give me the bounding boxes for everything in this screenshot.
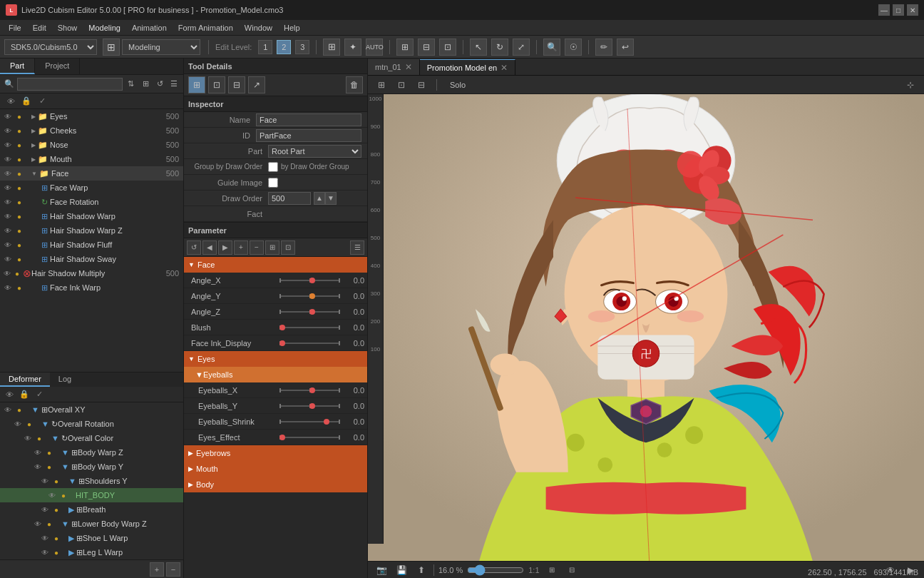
part-row-face[interactable]: 👁 ● ▼ 📁 Face 500 xyxy=(0,166,183,181)
toolbar-rotate-btn[interactable]: ↻ xyxy=(491,39,508,56)
toolbar-grid-btn[interactable]: ⊞ xyxy=(323,39,340,56)
menu-show[interactable]: Show xyxy=(52,22,83,34)
toolbar-pen-btn[interactable]: ✏ xyxy=(595,39,612,56)
param-slider-angle-x[interactable] xyxy=(279,275,339,285)
part-row-face-ink-warp[interactable]: 👁 ● ⊞ Face Ink Warp xyxy=(0,280,183,295)
toolbar-cursor-btn[interactable]: ✦ xyxy=(344,39,361,56)
td-delete-btn[interactable]: 🗑 xyxy=(346,76,363,93)
part-sort-btn[interactable]: ⇅ xyxy=(125,77,137,91)
toolbar-mesh-btn[interactable]: ⊞ xyxy=(396,39,414,56)
param-slider-blush[interactable] xyxy=(279,323,339,333)
param-back-btn[interactable]: ◀ xyxy=(202,240,217,255)
param-slider-eyeballs-shrink[interactable] xyxy=(279,417,339,427)
id-input[interactable] xyxy=(256,129,361,142)
param-group-eyebrows[interactable]: ▶ Eyebrows xyxy=(184,445,367,461)
deformer-overall-rotation[interactable]: 👁● ▼ ↻ Overall Rotation xyxy=(0,417,183,431)
toolbar-pan-btn[interactable]: ☉ xyxy=(565,39,582,56)
group-checkbox[interactable] xyxy=(268,162,278,172)
td-btn-3[interactable]: ⊟ xyxy=(228,76,245,93)
deformer-shoe-l-warp[interactable]: 👁● ▶ ⊞ Shoe L Warp xyxy=(0,531,183,545)
param-slider-face-ink[interactable] xyxy=(279,338,339,348)
deformer-leg-l-warp[interactable]: 👁● ▶ ⊞ Leg L Warp xyxy=(0,545,183,559)
edit-level-1[interactable]: 1 xyxy=(258,40,272,54)
part-row-cheeks[interactable]: 👁 ● ▶ 📁 Cheeks 500 xyxy=(0,123,183,138)
tab-deformer[interactable]: Deformer xyxy=(0,372,50,387)
part-row-hair-shadow-multiply[interactable]: 👁 ● ⊗ Hair Shadow Multiply 500 xyxy=(0,266,183,280)
guide-checkbox[interactable] xyxy=(268,178,278,188)
param-refresh-btn[interactable]: ↺ xyxy=(187,240,201,255)
part-row-hair-shadow-fluff[interactable]: 👁 ● ⊞ Hair Shadow Fluff xyxy=(0,238,183,252)
window-controls[interactable]: — □ ✕ xyxy=(878,4,918,16)
part-search-btn[interactable]: 🔍 xyxy=(3,77,15,91)
maximize-button[interactable]: □ xyxy=(893,4,904,16)
td-btn-4[interactable]: ↗ xyxy=(248,76,265,93)
param-group-face[interactable]: ▼ Face xyxy=(184,257,367,273)
param-plus-btn[interactable]: + xyxy=(234,240,248,255)
param-slider-angle-z[interactable] xyxy=(279,307,339,317)
zoom-slider[interactable] xyxy=(467,564,524,576)
edit-level-2[interactable]: 2 xyxy=(277,40,291,54)
fit-btn[interactable]: ⊞ xyxy=(544,562,560,578)
menu-form-animation[interactable]: Form Animation xyxy=(173,22,239,34)
part-copy-btn[interactable]: ⊞ xyxy=(139,77,151,91)
close-button[interactable]: ✕ xyxy=(907,4,918,16)
part-row-hair-shadow-warp[interactable]: 👁 ● ⊞ Hair Shadow Warp xyxy=(0,209,183,223)
param-grid-btn[interactable]: ⊞ xyxy=(265,240,279,255)
draw-order-down[interactable]: ▼ xyxy=(325,192,337,205)
deformer-hit-body[interactable]: 👁● HIT_BODY xyxy=(0,488,183,502)
param-group-eyes[interactable]: ▼ Eyes xyxy=(184,351,367,367)
menu-window[interactable]: Window xyxy=(239,22,278,34)
param-menu-btn[interactable]: ☰ xyxy=(350,240,364,255)
part-menu-btn[interactable]: ☰ xyxy=(168,77,180,91)
canvas-save-btn[interactable]: 💾 xyxy=(394,562,409,578)
canvas-camera-btn[interactable]: 📷 xyxy=(374,562,389,578)
part-select[interactable]: Root Part xyxy=(268,145,361,158)
param-subgroup-eyeballs[interactable]: ▼ Eyeballs xyxy=(184,367,367,382)
param-lock-btn[interactable]: ⊡ xyxy=(281,240,295,255)
menu-help[interactable]: Help xyxy=(278,22,306,34)
deformer-lock-icon[interactable]: 🔒 xyxy=(18,388,31,401)
td-btn-2[interactable]: ⊡ xyxy=(208,76,225,93)
draw-order-input[interactable] xyxy=(268,192,311,205)
param-slider-eyes-effect[interactable] xyxy=(279,432,339,442)
toolbar-mesh3-btn[interactable]: ⊡ xyxy=(439,39,456,56)
param-group-mouth[interactable]: ▶ Mouth xyxy=(184,461,367,477)
menu-modeling[interactable]: Modeling xyxy=(83,22,126,34)
part-row-mouth[interactable]: 👁 ● ▶ 📁 Mouth 500 xyxy=(0,152,183,166)
menu-edit[interactable]: Edit xyxy=(27,22,52,34)
deformer-delete-btn[interactable]: − xyxy=(166,562,180,577)
canvas-tab-mtn[interactable]: mtn_01 ✕ xyxy=(368,59,420,75)
toolbar-select-btn[interactable]: ↖ xyxy=(470,39,487,56)
toolbar-icon-btn-1[interactable]: ⊞ xyxy=(103,39,120,56)
part-row-nose[interactable]: 👁 ● ▶ 📁 Nose 500 xyxy=(0,138,183,152)
canvas-tab-mtn-close[interactable]: ✕ xyxy=(405,62,412,72)
edit-level-3[interactable]: 3 xyxy=(295,40,309,54)
toolbar-zoom-btn[interactable]: 🔍 xyxy=(543,39,560,56)
deformer-body-warp-z[interactable]: 👁● ▼ ⊞ Body Warp Z xyxy=(0,445,183,460)
part-row-eyes[interactable]: 👁 ● ▶ 📁 Eyes 500 xyxy=(0,109,183,123)
canvas-tool-1[interactable]: ⊞ xyxy=(374,77,389,93)
deformer-check-icon[interactable]: ✓ xyxy=(33,388,46,401)
part-row-hair-shadow-sway[interactable]: 👁 ● ⊞ Hair Shadow Sway xyxy=(0,252,183,266)
part-search-input[interactable] xyxy=(17,78,123,91)
part-refresh-btn[interactable]: ↺ xyxy=(154,77,166,91)
deformer-body-warp-y[interactable]: 👁● ▼ ⊞ Body Warp Y xyxy=(0,460,183,474)
toolbar-undo-btn[interactable]: ↩ xyxy=(617,39,634,56)
deformer-eye-icon[interactable]: 👁 xyxy=(3,388,16,401)
tab-project[interactable]: Project xyxy=(35,59,80,74)
name-input[interactable] xyxy=(256,113,361,126)
td-btn-1[interactable]: ⊞ xyxy=(188,76,205,93)
param-forward-btn[interactable]: ▶ xyxy=(218,240,232,255)
param-group-body[interactable]: ▶ Body xyxy=(184,477,367,492)
param-slider-angle-y[interactable] xyxy=(279,291,339,301)
minimize-button[interactable]: — xyxy=(878,4,890,16)
tab-log[interactable]: Log xyxy=(50,372,80,387)
canvas-export-btn[interactable]: ⬆ xyxy=(414,562,429,578)
deformer-overall-xy[interactable]: 👁● ▼ ⊞ Overall XY xyxy=(0,402,183,417)
toolbar-mesh2-btn[interactable]: ⊟ xyxy=(418,39,435,56)
canvas-grid-btn[interactable]: ⊟ xyxy=(564,562,580,578)
deformer-add-btn[interactable]: + xyxy=(150,562,164,577)
tab-part[interactable]: Part xyxy=(0,59,35,74)
part-eye-icon[interactable]: 👁 xyxy=(4,95,17,108)
sdk-select[interactable]: SDK5.0/Cubism5.0 xyxy=(4,39,97,55)
